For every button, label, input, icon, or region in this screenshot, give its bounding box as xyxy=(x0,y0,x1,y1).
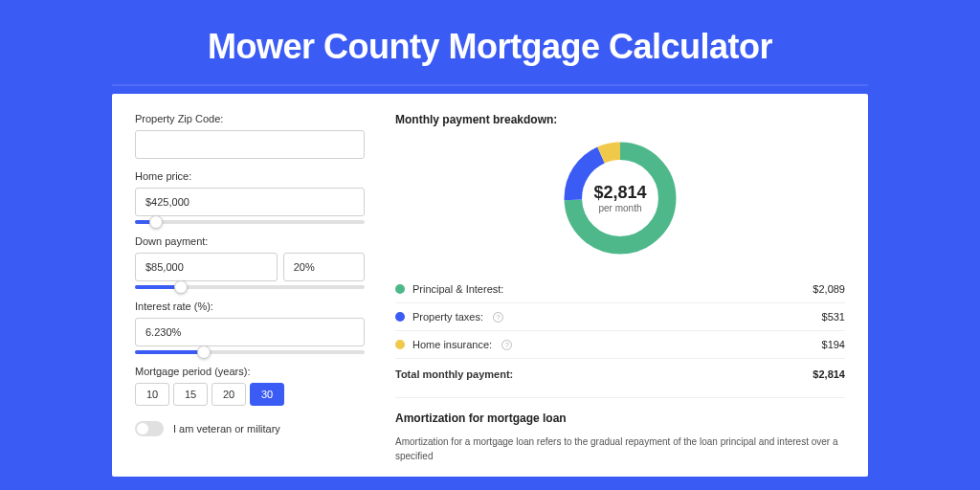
legend-dot-icon xyxy=(395,312,405,322)
amortization-text: Amortization for a mortgage loan refers … xyxy=(395,434,845,463)
down-payment-input[interactable] xyxy=(135,253,278,281)
home-price-field: Home price: xyxy=(135,170,365,224)
home-price-input[interactable] xyxy=(135,188,365,216)
interest-input[interactable] xyxy=(135,318,365,346)
veteran-toggle-row: I am veteran or military xyxy=(135,421,365,436)
legend-label: Principal & Interest: xyxy=(412,283,503,295)
period-btn-30[interactable]: 30 xyxy=(250,383,284,406)
down-payment-field: Down payment: xyxy=(135,235,365,289)
period-btn-20[interactable]: 20 xyxy=(212,383,246,406)
total-row: Total monthly payment: $2,814 xyxy=(395,359,845,390)
down-payment-label: Down payment: xyxy=(135,235,365,247)
zip-label: Property Zip Code: xyxy=(135,113,365,124)
legend-dot-icon xyxy=(395,284,405,294)
home-price-slider[interactable] xyxy=(135,220,365,224)
title-underline xyxy=(112,84,868,86)
interest-field: Interest rate (%): xyxy=(135,301,365,354)
zip-field: Property Zip Code: xyxy=(135,113,365,159)
legend-left: Property taxes:? xyxy=(395,311,503,323)
amortization-section: Amortization for mortgage loan Amortizat… xyxy=(395,397,845,463)
interest-label: Interest rate (%): xyxy=(135,301,365,312)
legend-left: Home insurance:? xyxy=(395,339,512,350)
home-price-slider-handle[interactable] xyxy=(149,215,163,229)
donut-center: $2,814 per month xyxy=(558,136,682,260)
zip-input[interactable] xyxy=(135,130,365,159)
donut-amount: $2,814 xyxy=(593,183,646,203)
veteran-toggle[interactable] xyxy=(135,421,164,436)
calculator-card: Property Zip Code: Home price: Down paym… xyxy=(112,94,868,477)
interest-slider[interactable] xyxy=(135,350,365,354)
info-icon[interactable]: ? xyxy=(501,340,512,350)
interest-slider-handle[interactable] xyxy=(197,345,211,359)
legend-list: Principal & Interest:$2,089Property taxe… xyxy=(395,276,845,358)
legend-label: Home insurance: xyxy=(412,339,492,350)
legend-value: $531 xyxy=(822,311,845,323)
down-payment-slider[interactable] xyxy=(135,285,365,289)
down-payment-slider-handle[interactable] xyxy=(174,280,188,294)
total-label: Total monthly payment: xyxy=(395,368,513,380)
period-field: Mortgage period (years): 10152030 xyxy=(135,366,365,406)
legend-row: Principal & Interest:$2,089 xyxy=(395,276,845,302)
legend-label: Property taxes: xyxy=(412,311,483,323)
period-buttons: 10152030 xyxy=(135,383,365,406)
amortization-title: Amortization for mortgage loan xyxy=(395,412,845,425)
info-icon[interactable]: ? xyxy=(493,312,503,323)
breakdown-title: Monthly payment breakdown: xyxy=(395,113,845,126)
breakdown-panel: Monthly payment breakdown: $2,814 per mo… xyxy=(395,113,845,477)
total-value: $2,814 xyxy=(813,368,845,380)
legend-value: $194 xyxy=(822,339,845,350)
veteran-label: I am veteran or military xyxy=(173,423,280,434)
legend-dot-icon xyxy=(395,340,405,349)
legend-row: Property taxes:?$531 xyxy=(395,303,845,330)
donut-sub: per month xyxy=(598,203,641,213)
down-payment-pct-input[interactable] xyxy=(283,253,365,281)
legend-left: Principal & Interest: xyxy=(395,283,503,295)
legend-value: $2,089 xyxy=(813,283,845,295)
period-btn-15[interactable]: 15 xyxy=(173,383,208,406)
period-label: Mortgage period (years): xyxy=(135,366,365,377)
input-panel: Property Zip Code: Home price: Down paym… xyxy=(135,113,365,477)
donut-wrap: $2,814 per month xyxy=(395,136,845,260)
interest-slider-fill xyxy=(135,350,204,354)
legend-row: Home insurance:?$194 xyxy=(395,331,845,358)
home-price-label: Home price: xyxy=(135,170,365,182)
donut-chart: $2,814 per month xyxy=(558,136,682,260)
page-title: Mower County Mortgage Calculator xyxy=(0,0,980,84)
period-btn-10[interactable]: 10 xyxy=(135,383,169,406)
